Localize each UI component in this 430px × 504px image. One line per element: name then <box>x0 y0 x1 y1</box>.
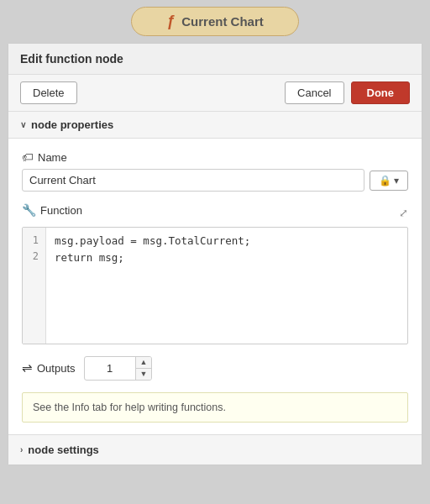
node-properties-label: node properties <box>31 118 113 131</box>
outputs-label-text: Outputs <box>37 362 76 375</box>
name-icon: 🏷 <box>22 150 34 164</box>
function-label: 🔧 Function <box>22 203 82 217</box>
line-number-1: 1 <box>29 233 39 249</box>
line-number-2: 2 <box>29 249 39 265</box>
outputs-stepper: ▲ ▼ <box>84 356 153 381</box>
chevron-down-icon: ▾ <box>394 175 399 186</box>
code-editor[interactable]: 1 2 msg.payload = msg.TotalCurrent; retu… <box>22 227 408 344</box>
outputs-row: ⇌ Outputs ▲ ▼ <box>22 356 408 381</box>
function-icon: ƒ <box>166 13 175 30</box>
stepper-up-button[interactable]: ▲ <box>136 357 152 368</box>
expand-icon[interactable]: ⤢ <box>399 207 408 219</box>
function-label-text: Function <box>40 204 82 217</box>
wrench-icon: 🔧 <box>22 203 36 217</box>
info-note: See the Info tab for help writing functi… <box>22 392 408 423</box>
node-properties-content: 🏷 Name 🔒 ▾ 🔧 Function ⤢ <box>8 139 422 435</box>
lock-icon: 🔒 <box>379 175 391 186</box>
title-bar: ƒ Current Chart <box>131 7 299 36</box>
toolbar: Delete Cancel Done <box>8 75 422 112</box>
main-panel: Edit function node Delete Cancel Done ∨ … <box>8 43 422 465</box>
title-bar-text: Current Chart <box>181 14 264 29</box>
name-input-row: 🔒 ▾ <box>22 169 408 192</box>
done-button[interactable]: Done <box>351 81 411 104</box>
node-properties-chevron: ∨ <box>20 120 26 129</box>
name-label: 🏷 Name <box>22 150 408 164</box>
panel-header-label: Edit function node <box>20 52 123 66</box>
info-note-text: See the Info tab for help writing functi… <box>33 402 226 413</box>
stepper-buttons: ▲ ▼ <box>135 357 152 380</box>
panel-header: Edit function node <box>8 44 422 75</box>
function-label-row: 🔧 Function ⤢ <box>22 203 408 222</box>
outputs-label: ⇌ Outputs <box>22 360 76 375</box>
node-settings-chevron: › <box>20 445 23 454</box>
name-input[interactable] <box>22 169 364 192</box>
node-settings-header[interactable]: › node settings <box>8 435 422 465</box>
outputs-input[interactable] <box>85 359 135 378</box>
node-settings-label: node settings <box>28 444 99 456</box>
name-label-text: Name <box>38 151 67 164</box>
function-field-group: 🔧 Function ⤢ 1 2 msg.payload = msg.Total… <box>22 203 408 344</box>
name-field-group: 🏷 Name 🔒 ▾ <box>22 150 408 192</box>
name-options-button[interactable]: 🔒 ▾ <box>370 171 408 191</box>
cancel-button[interactable]: Cancel <box>285 81 343 104</box>
code-line-numbers: 1 2 <box>23 228 46 344</box>
code-content[interactable]: msg.payload = msg.TotalCurrent; return m… <box>46 228 407 344</box>
node-properties-header[interactable]: ∨ node properties <box>8 112 422 139</box>
delete-button[interactable]: Delete <box>20 81 77 104</box>
shuffle-icon: ⇌ <box>22 360 33 375</box>
stepper-down-button[interactable]: ▼ <box>136 368 152 380</box>
